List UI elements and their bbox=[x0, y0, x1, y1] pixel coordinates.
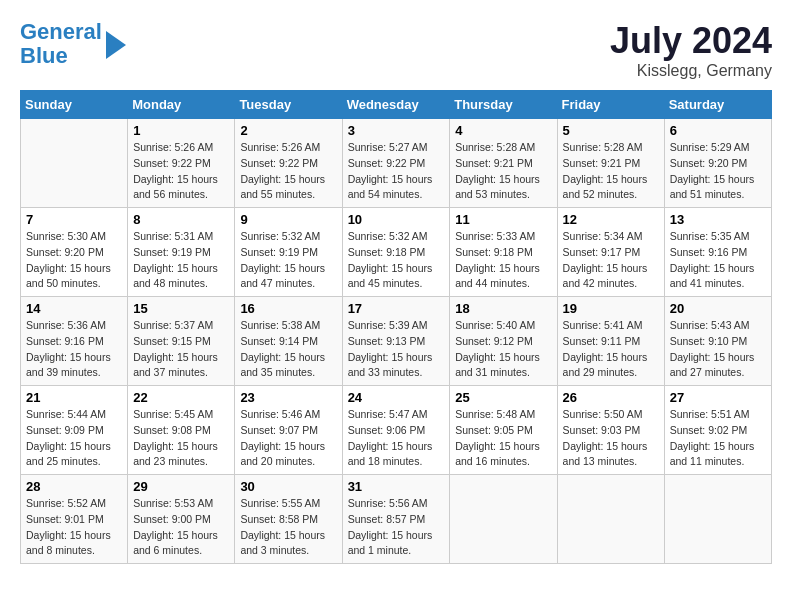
day-number: 2 bbox=[240, 123, 336, 138]
day-info: Sunrise: 5:26 AM Sunset: 9:22 PM Dayligh… bbox=[240, 140, 336, 203]
calendar-cell: 11 Sunrise: 5:33 AM Sunset: 9:18 PM Dayl… bbox=[450, 208, 557, 297]
sunset-text: Sunset: 9:17 PM bbox=[563, 246, 641, 258]
calendar-cell: 29 Sunrise: 5:53 AM Sunset: 9:00 PM Dayl… bbox=[128, 475, 235, 564]
day-info: Sunrise: 5:53 AM Sunset: 9:00 PM Dayligh… bbox=[133, 496, 229, 559]
day-info: Sunrise: 5:30 AM Sunset: 9:20 PM Dayligh… bbox=[26, 229, 122, 292]
sunset-text: Sunset: 9:22 PM bbox=[133, 157, 211, 169]
daylight-text: Daylight: 15 hours and 8 minutes. bbox=[26, 529, 111, 557]
day-number: 26 bbox=[563, 390, 659, 405]
day-number: 20 bbox=[670, 301, 766, 316]
calendar-cell: 10 Sunrise: 5:32 AM Sunset: 9:18 PM Dayl… bbox=[342, 208, 450, 297]
day-info: Sunrise: 5:33 AM Sunset: 9:18 PM Dayligh… bbox=[455, 229, 551, 292]
calendar-cell bbox=[21, 119, 128, 208]
day-info: Sunrise: 5:52 AM Sunset: 9:01 PM Dayligh… bbox=[26, 496, 122, 559]
sunrise-text: Sunrise: 5:38 AM bbox=[240, 319, 320, 331]
calendar-cell: 22 Sunrise: 5:45 AM Sunset: 9:08 PM Dayl… bbox=[128, 386, 235, 475]
daylight-text: Daylight: 15 hours and 37 minutes. bbox=[133, 351, 218, 379]
day-number: 18 bbox=[455, 301, 551, 316]
daylight-text: Daylight: 15 hours and 51 minutes. bbox=[670, 173, 755, 201]
daylight-text: Daylight: 15 hours and 48 minutes. bbox=[133, 262, 218, 290]
weekday-header: Thursday bbox=[450, 91, 557, 119]
sunrise-text: Sunrise: 5:43 AM bbox=[670, 319, 750, 331]
sunrise-text: Sunrise: 5:46 AM bbox=[240, 408, 320, 420]
calendar-cell: 15 Sunrise: 5:37 AM Sunset: 9:15 PM Dayl… bbox=[128, 297, 235, 386]
title-block: July 2024 Kisslegg, Germany bbox=[610, 20, 772, 80]
calendar-cell bbox=[664, 475, 771, 564]
weekday-header: Sunday bbox=[21, 91, 128, 119]
sunrise-text: Sunrise: 5:35 AM bbox=[670, 230, 750, 242]
sunrise-text: Sunrise: 5:45 AM bbox=[133, 408, 213, 420]
day-number: 14 bbox=[26, 301, 122, 316]
daylight-text: Daylight: 15 hours and 6 minutes. bbox=[133, 529, 218, 557]
calendar-cell bbox=[557, 475, 664, 564]
day-info: Sunrise: 5:40 AM Sunset: 9:12 PM Dayligh… bbox=[455, 318, 551, 381]
sunrise-text: Sunrise: 5:48 AM bbox=[455, 408, 535, 420]
sunset-text: Sunset: 9:11 PM bbox=[563, 335, 641, 347]
calendar-cell: 6 Sunrise: 5:29 AM Sunset: 9:20 PM Dayli… bbox=[664, 119, 771, 208]
sunset-text: Sunset: 9:22 PM bbox=[240, 157, 318, 169]
daylight-text: Daylight: 15 hours and 41 minutes. bbox=[670, 262, 755, 290]
calendar-week-row: 28 Sunrise: 5:52 AM Sunset: 9:01 PM Dayl… bbox=[21, 475, 772, 564]
day-number: 27 bbox=[670, 390, 766, 405]
weekday-header: Monday bbox=[128, 91, 235, 119]
day-number: 21 bbox=[26, 390, 122, 405]
calendar-week-row: 1 Sunrise: 5:26 AM Sunset: 9:22 PM Dayli… bbox=[21, 119, 772, 208]
daylight-text: Daylight: 15 hours and 20 minutes. bbox=[240, 440, 325, 468]
day-number: 23 bbox=[240, 390, 336, 405]
daylight-text: Daylight: 15 hours and 11 minutes. bbox=[670, 440, 755, 468]
logo-blue: Blue bbox=[20, 44, 102, 68]
day-info: Sunrise: 5:43 AM Sunset: 9:10 PM Dayligh… bbox=[670, 318, 766, 381]
daylight-text: Daylight: 15 hours and 31 minutes. bbox=[455, 351, 540, 379]
sunrise-text: Sunrise: 5:26 AM bbox=[240, 141, 320, 153]
sunset-text: Sunset: 9:20 PM bbox=[26, 246, 104, 258]
calendar-cell: 26 Sunrise: 5:50 AM Sunset: 9:03 PM Dayl… bbox=[557, 386, 664, 475]
daylight-text: Daylight: 15 hours and 16 minutes. bbox=[455, 440, 540, 468]
day-number: 15 bbox=[133, 301, 229, 316]
calendar-cell: 20 Sunrise: 5:43 AM Sunset: 9:10 PM Dayl… bbox=[664, 297, 771, 386]
calendar-cell: 8 Sunrise: 5:31 AM Sunset: 9:19 PM Dayli… bbox=[128, 208, 235, 297]
day-number: 10 bbox=[348, 212, 445, 227]
sunrise-text: Sunrise: 5:56 AM bbox=[348, 497, 428, 509]
calendar-cell: 28 Sunrise: 5:52 AM Sunset: 9:01 PM Dayl… bbox=[21, 475, 128, 564]
day-number: 17 bbox=[348, 301, 445, 316]
day-info: Sunrise: 5:47 AM Sunset: 9:06 PM Dayligh… bbox=[348, 407, 445, 470]
sunset-text: Sunset: 9:16 PM bbox=[26, 335, 104, 347]
day-info: Sunrise: 5:28 AM Sunset: 9:21 PM Dayligh… bbox=[455, 140, 551, 203]
day-info: Sunrise: 5:28 AM Sunset: 9:21 PM Dayligh… bbox=[563, 140, 659, 203]
daylight-text: Daylight: 15 hours and 54 minutes. bbox=[348, 173, 433, 201]
daylight-text: Daylight: 15 hours and 47 minutes. bbox=[240, 262, 325, 290]
logo-arrow-icon bbox=[106, 31, 126, 59]
daylight-text: Daylight: 15 hours and 27 minutes. bbox=[670, 351, 755, 379]
day-info: Sunrise: 5:48 AM Sunset: 9:05 PM Dayligh… bbox=[455, 407, 551, 470]
day-number: 1 bbox=[133, 123, 229, 138]
sunrise-text: Sunrise: 5:36 AM bbox=[26, 319, 106, 331]
sunset-text: Sunset: 9:16 PM bbox=[670, 246, 748, 258]
calendar-cell: 7 Sunrise: 5:30 AM Sunset: 9:20 PM Dayli… bbox=[21, 208, 128, 297]
day-info: Sunrise: 5:56 AM Sunset: 8:57 PM Dayligh… bbox=[348, 496, 445, 559]
sunset-text: Sunset: 8:57 PM bbox=[348, 513, 426, 525]
sunset-text: Sunset: 9:18 PM bbox=[348, 246, 426, 258]
sunrise-text: Sunrise: 5:44 AM bbox=[26, 408, 106, 420]
daylight-text: Daylight: 15 hours and 33 minutes. bbox=[348, 351, 433, 379]
day-number: 29 bbox=[133, 479, 229, 494]
day-info: Sunrise: 5:26 AM Sunset: 9:22 PM Dayligh… bbox=[133, 140, 229, 203]
logo-general: General bbox=[20, 19, 102, 44]
page-header: General Blue July 2024 Kisslegg, Germany bbox=[20, 20, 772, 80]
day-number: 31 bbox=[348, 479, 445, 494]
day-number: 24 bbox=[348, 390, 445, 405]
calendar-week-row: 21 Sunrise: 5:44 AM Sunset: 9:09 PM Dayl… bbox=[21, 386, 772, 475]
sunrise-text: Sunrise: 5:47 AM bbox=[348, 408, 428, 420]
daylight-text: Daylight: 15 hours and 29 minutes. bbox=[563, 351, 648, 379]
sunrise-text: Sunrise: 5:27 AM bbox=[348, 141, 428, 153]
sunset-text: Sunset: 9:15 PM bbox=[133, 335, 211, 347]
day-number: 22 bbox=[133, 390, 229, 405]
sunset-text: Sunset: 9:14 PM bbox=[240, 335, 318, 347]
sunrise-text: Sunrise: 5:28 AM bbox=[455, 141, 535, 153]
day-number: 16 bbox=[240, 301, 336, 316]
day-info: Sunrise: 5:32 AM Sunset: 9:18 PM Dayligh… bbox=[348, 229, 445, 292]
sunset-text: Sunset: 9:03 PM bbox=[563, 424, 641, 436]
sunrise-text: Sunrise: 5:37 AM bbox=[133, 319, 213, 331]
sunset-text: Sunset: 9:08 PM bbox=[133, 424, 211, 436]
sunset-text: Sunset: 9:10 PM bbox=[670, 335, 748, 347]
sunrise-text: Sunrise: 5:29 AM bbox=[670, 141, 750, 153]
